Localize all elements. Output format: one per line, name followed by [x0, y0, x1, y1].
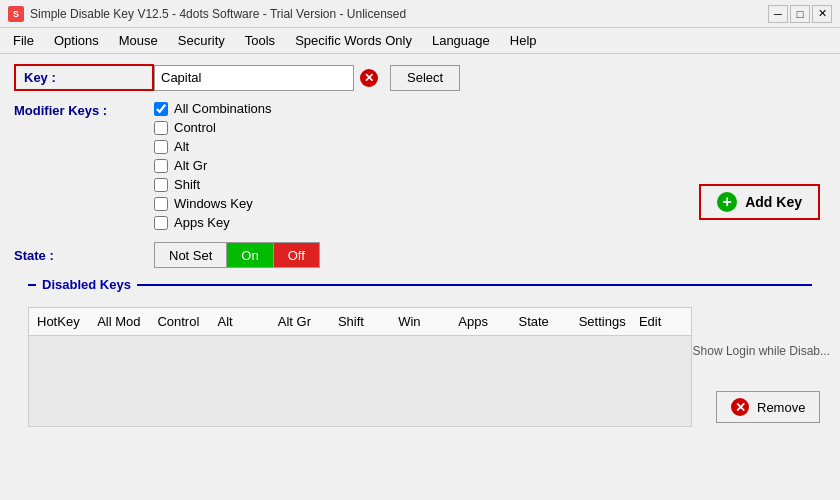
- checkbox-all-combinations: All Combinations: [154, 101, 272, 116]
- checkbox-alt-gr: Alt Gr: [154, 158, 272, 173]
- col-all-mod: All Mod: [89, 312, 149, 331]
- key-row: Key : ✕ Select: [14, 64, 826, 91]
- modifier-checkboxes: All Combinations Control Alt Alt Gr Shif…: [154, 101, 272, 230]
- checkbox-alt-gr-input[interactable]: [154, 159, 168, 173]
- disabled-keys-section: Disabled Keys: [28, 284, 812, 301]
- disabled-keys-table: HotKey All Mod Control Alt Alt Gr Shift …: [28, 307, 692, 427]
- state-on-button[interactable]: On: [226, 242, 272, 268]
- checkbox-apps-key-label: Apps Key: [174, 215, 230, 230]
- disabled-keys-wrapper: Disabled Keys: [14, 284, 826, 301]
- content-wrapper: Key : ✕ Select Modifier Keys : All Combi…: [0, 54, 840, 500]
- col-alt: Alt: [210, 312, 270, 331]
- title-bar-left: S Simple Disable Key V12.5 - 4dots Softw…: [8, 6, 406, 22]
- select-button[interactable]: Select: [390, 65, 460, 91]
- side-buttons: ✕ Remove: [716, 307, 820, 427]
- state-off-button[interactable]: Off: [273, 242, 320, 268]
- window-controls: ─ □ ✕: [768, 5, 832, 23]
- close-button[interactable]: ✕: [812, 5, 832, 23]
- modifier-keys-label: Modifier Keys :: [14, 101, 154, 118]
- minimize-button[interactable]: ─: [768, 5, 788, 23]
- table-header: HotKey All Mod Control Alt Alt Gr Shift …: [29, 308, 691, 336]
- col-win: Win: [390, 312, 450, 331]
- add-key-label: Add Key: [745, 194, 802, 210]
- table-area: HotKey All Mod Control Alt Alt Gr Shift …: [14, 307, 826, 427]
- main-content: Key : ✕ Select Modifier Keys : All Combi…: [0, 54, 840, 284]
- remove-icon: ✕: [731, 398, 749, 416]
- checkbox-alt-gr-label: Alt Gr: [174, 158, 207, 173]
- col-alt-gr: Alt Gr: [270, 312, 330, 331]
- state-row: State : Not Set On Off: [14, 242, 826, 268]
- col-hotkey: HotKey: [29, 312, 89, 331]
- checkbox-all-combinations-input[interactable]: [154, 102, 168, 116]
- col-apps: Apps: [450, 312, 510, 331]
- checkbox-shift: Shift: [154, 177, 272, 192]
- state-buttons: Not Set On Off: [154, 242, 320, 268]
- checkbox-shift-input[interactable]: [154, 178, 168, 192]
- menu-security[interactable]: Security: [169, 30, 234, 51]
- menu-file[interactable]: File: [4, 30, 43, 51]
- checkbox-alt-label: Alt: [174, 139, 189, 154]
- title-bar: S Simple Disable Key V12.5 - 4dots Softw…: [0, 0, 840, 28]
- checkbox-alt-input[interactable]: [154, 140, 168, 154]
- col-shift: Shift: [330, 312, 390, 331]
- add-key-container: + Add Key: [699, 184, 820, 220]
- checkbox-all-combinations-label: All Combinations: [174, 101, 272, 116]
- menu-tools[interactable]: Tools: [236, 30, 284, 51]
- key-input[interactable]: [154, 65, 354, 91]
- state-not-set-button[interactable]: Not Set: [154, 242, 226, 268]
- checkbox-windows-key-label: Windows Key: [174, 196, 253, 211]
- menu-help[interactable]: Help: [501, 30, 546, 51]
- window-title: Simple Disable Key V12.5 - 4dots Softwar…: [30, 7, 406, 21]
- checkbox-apps-key: Apps Key: [154, 215, 272, 230]
- remove-label: Remove: [757, 400, 805, 415]
- checkbox-control-input[interactable]: [154, 121, 168, 135]
- menu-bar: File Options Mouse Security Tools Specif…: [0, 28, 840, 54]
- add-key-icon: +: [717, 192, 737, 212]
- checkbox-control-label: Control: [174, 120, 216, 135]
- col-control: Control: [149, 312, 209, 331]
- col-edit: Edit: [631, 312, 691, 331]
- checkbox-shift-label: Shift: [174, 177, 200, 192]
- key-label: Key :: [14, 64, 154, 91]
- menu-options[interactable]: Options: [45, 30, 108, 51]
- checkbox-alt: Alt: [154, 139, 272, 154]
- checkbox-windows-key-input[interactable]: [154, 197, 168, 211]
- menu-mouse[interactable]: Mouse: [110, 30, 167, 51]
- add-key-button[interactable]: + Add Key: [699, 184, 820, 220]
- disabled-keys-label: Disabled Keys: [36, 277, 137, 292]
- clear-button[interactable]: ✕: [358, 67, 380, 89]
- remove-button[interactable]: ✕ Remove: [716, 391, 820, 423]
- maximize-button[interactable]: □: [790, 5, 810, 23]
- checkbox-windows-key: Windows Key: [154, 196, 272, 211]
- menu-specific-words[interactable]: Specific Words Only: [286, 30, 421, 51]
- menu-language[interactable]: Language: [423, 30, 499, 51]
- col-settings: Settings: [571, 312, 631, 331]
- clear-icon: ✕: [360, 69, 378, 87]
- col-state: State: [511, 312, 571, 331]
- state-label: State :: [14, 248, 154, 263]
- app-icon: S: [8, 6, 24, 22]
- checkbox-control: Control: [154, 120, 272, 135]
- table-body: [29, 336, 691, 426]
- checkbox-apps-key-input[interactable]: [154, 216, 168, 230]
